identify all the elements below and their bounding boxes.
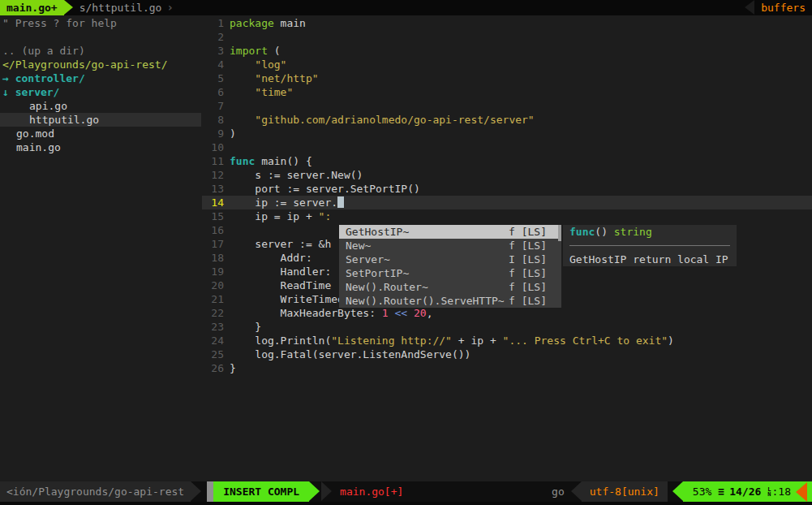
buffers-label[interactable]: buffers [754, 0, 812, 15]
line-number: 18 [202, 251, 230, 265]
code-token [407, 307, 414, 319]
doc-description: GetHostIP return local IP [569, 252, 730, 266]
editor-line[interactable]: 12 s := server.New() [202, 168, 812, 182]
line-number: 17 [202, 237, 230, 251]
completion-scrollbar-thumb[interactable] [558, 225, 561, 241]
sidebar-label [0, 31, 2, 43]
editor-line[interactable]: 25 log.Fatal(server.ListenAndServe()) [202, 347, 812, 361]
completion-label: Server~ [346, 252, 509, 266]
sidebar-label: controller/ [9, 72, 85, 84]
chevron-left-icon [745, 0, 754, 15]
editor-line[interactable]: 9) [202, 127, 812, 140]
code-token: Addr: [230, 252, 312, 264]
line-number: 11 [202, 154, 230, 168]
completion-kind: f [LS] [509, 239, 547, 252]
editor-line[interactable]: 15 ip = ip + ": [202, 209, 812, 223]
editor-line[interactable]: 26} [202, 361, 812, 375]
editor-line[interactable]: 23 } [202, 320, 812, 334]
completion-item[interactable]: New~f [LS] [339, 239, 561, 252]
line-number: 24 [202, 334, 230, 347]
code-text: import ( [230, 44, 281, 58]
code-token: + ip + [452, 335, 503, 347]
end-arrow-icon [796, 482, 807, 502]
code-text: log.Println("Listening http://" + ip + "… [230, 334, 674, 347]
line-number: 8 [202, 113, 230, 127]
file-explorer[interactable]: " Press ? for help.. (up a dir)</Playgro… [0, 16, 202, 154]
lines-icon: ≡ [718, 481, 724, 502]
editor-line[interactable]: 4 "log" [202, 58, 812, 71]
completion-label: GetHostIP~ [346, 225, 509, 239]
code-token: ip := server. [230, 196, 337, 209]
completion-item[interactable]: New().Router~f [LS] [339, 280, 561, 294]
segment-arrow-icon [191, 481, 201, 501]
completion-item[interactable]: GetHostIP~f [LS] [339, 225, 561, 239]
code-text: MaxHeaderBytes: 1 << 20, [230, 306, 432, 320]
sidebar-file[interactable]: go.mod [0, 127, 201, 140]
code-token: log.Fatal(server.ListenAndServe()) [230, 348, 470, 360]
code-token: } [230, 362, 236, 374]
sidebar-folder[interactable]: ↓ server/ [0, 85, 201, 99]
folder-closed-arrow-icon: → [0, 72, 9, 84]
statusline-spacer [403, 481, 545, 502]
tabline: main.go+ s/httputil.go › buffers [0, 0, 812, 15]
editor-line[interactable]: 8 "github.com/adrianolmedo/go-api-rest/s… [202, 113, 812, 127]
doc-popup: func() string GetHostIP return local IP [563, 225, 737, 266]
editor-line[interactable]: 3import ( [202, 44, 812, 58]
line-number: 19 [202, 265, 230, 278]
segment-arrow-icon [571, 481, 582, 501]
doc-signature: func() string [569, 225, 730, 239]
editor-line[interactable]: 22 MaxHeaderBytes: 1 << 20, [202, 306, 812, 320]
editor-line[interactable]: 14 ip := server. [202, 196, 812, 209]
editor-line[interactable]: 13 port := server.SetPortIP() [202, 182, 812, 196]
completion-item[interactable]: Server~I [LS] [339, 252, 561, 266]
editor-line[interactable]: 11func main() { [202, 154, 812, 168]
segment-arrow-icon [672, 481, 683, 501]
line-number: 12 [202, 168, 230, 182]
completion-item[interactable]: SetPortIP~f [LS] [339, 266, 561, 280]
sidebar-text[interactable]: .. (up a dir) [0, 44, 201, 58]
line-number: 13 [202, 182, 230, 196]
filename-modified: main.go[+] [340, 481, 403, 502]
tab-httputil-go[interactable]: s/httputil.go [73, 0, 167, 15]
sidebar-file[interactable]: api.go [0, 99, 201, 113]
editor-line[interactable]: 24 log.Println("Listening http://" + ip … [202, 334, 812, 347]
code-text: "time" [230, 85, 293, 99]
code-token: main() { [255, 155, 311, 167]
completion-menu[interactable]: GetHostIP~f [LS]New~f [LS]Server~I [LS]S… [339, 225, 561, 308]
editor-line[interactable]: 7 [202, 99, 812, 113]
doc-separator [569, 239, 730, 252]
tab-arrow-icon [64, 0, 73, 15]
editor-line[interactable]: 2 [202, 30, 812, 44]
statusline: <ión/Playgrounds/go-api-rest INSERT COMP… [0, 481, 812, 502]
line-number: 21 [202, 292, 230, 306]
sidebar-label: </Playgrounds/go-api-rest/ [0, 58, 168, 71]
code-text: "log" [230, 58, 286, 71]
code-text: ip := server. [230, 196, 344, 209]
code-token: main [274, 17, 306, 29]
scroll-percent: 53% [693, 481, 711, 502]
separator-block [207, 481, 213, 502]
editor-line[interactable]: 5 "net/http" [202, 71, 812, 85]
code-token: MaxHeaderBytes: [230, 307, 382, 319]
tab-main-go[interactable]: main.go+ [0, 0, 64, 15]
code-text: Handler: [230, 265, 331, 278]
tabline-spacer [174, 0, 745, 15]
editor-line[interactable]: 1package main [202, 16, 812, 30]
encoding-label: utf-8[unix] [582, 481, 668, 502]
completion-item[interactable]: New().Router().ServeHTTP~f [LS] [339, 294, 561, 308]
sidebar-text: </Playgrounds/go-api-rest/ [0, 58, 201, 71]
code-token: func [569, 226, 595, 238]
editor-line[interactable]: 10 [202, 140, 812, 154]
editor-line[interactable]: 6 "time" [202, 85, 812, 99]
line-number: 22 [202, 306, 230, 320]
code-token [230, 58, 255, 71]
code-editor[interactable]: 1package main23import (4 "log"5 "net/htt… [202, 16, 812, 375]
line-number: 16 [202, 223, 230, 237]
sidebar-folder[interactable]: → controller/ [0, 71, 201, 85]
code-text: port := server.SetPortIP() [230, 182, 420, 196]
sidebar-file[interactable]: httputil.go [0, 113, 201, 127]
line-number: 2 [202, 30, 230, 44]
code-token: 1 [382, 307, 389, 319]
line-number: 6 [202, 85, 230, 99]
sidebar-file[interactable]: main.go [0, 140, 201, 154]
